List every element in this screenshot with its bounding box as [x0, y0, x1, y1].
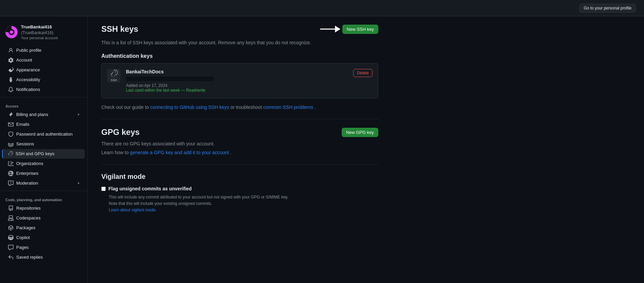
user-info: TrueBankai416 (TrueBankai416) Your perso…	[21, 24, 82, 40]
avatar	[5, 26, 18, 38]
vigilant-description: This will include any commit attributed …	[109, 194, 378, 214]
pages-icon	[8, 245, 14, 250]
globe-icon	[8, 171, 14, 176]
repo-icon	[8, 206, 14, 211]
sidebar-label-codespaces: Codespaces	[16, 215, 41, 220]
gpg-learn-link[interactable]: generate a GPG key and add it to your ac…	[130, 150, 229, 155]
sidebar-label-public-profile: Public profile	[16, 48, 41, 53]
sidebar-item-enterprises[interactable]: Enterprises	[0, 169, 87, 178]
sidebar-item-packages[interactable]: Packages	[0, 223, 87, 233]
sidebar-label-password-auth: Password and authentication	[16, 132, 73, 137]
sidebar-label-emails: Emails	[16, 122, 29, 127]
main-content: SSH keys New SSH key This is a list of S…	[88, 16, 392, 283]
sidebar-nav-main: Public profile Account Appearance	[0, 46, 87, 94]
sidebar-label-ssh-gpg: SSH and GPG keys	[16, 151, 54, 156]
sidebar-nav-access: Billing and plans ▾ Emails Password	[0, 110, 87, 188]
user-display-name: TrueBankai416 (TrueBankai416)	[21, 24, 82, 36]
gpg-no-keys: There are no GPG keys associated with yo…	[101, 141, 378, 146]
bell-icon	[8, 87, 14, 92]
creditcard-icon	[8, 112, 14, 117]
sidebar-label-billing: Billing and plans	[16, 112, 48, 117]
ssh-keys-header: SSH keys New SSH key	[101, 24, 378, 34]
sidebar-label-organizations: Organizations	[16, 161, 43, 166]
package-icon	[8, 225, 14, 231]
common-problems-link[interactable]: common SSH problems	[263, 104, 313, 110]
ssh-keys-description: This is a list of SSH keys associated wi…	[101, 39, 378, 46]
new-gpg-key-button[interactable]: New GPG key	[342, 128, 378, 137]
mail-icon	[8, 122, 14, 127]
arrow-indicator	[320, 25, 340, 33]
svg-point-2	[10, 30, 13, 34]
vigilant-checkbox[interactable]	[101, 187, 106, 191]
ssh-check-guide: Check out our guide to connecting to Git…	[101, 104, 378, 111]
sidebar-item-organizations[interactable]: Organizations	[0, 159, 87, 168]
section-separator-1	[101, 119, 378, 119]
codespaces-icon	[8, 215, 14, 221]
sidebar-nav-code: Repositories Codespaces Packages	[0, 204, 87, 262]
section-separator-2	[101, 164, 378, 165]
key-icon	[7, 151, 13, 157]
sidebar-item-notifications[interactable]: Notifications	[0, 85, 87, 94]
shield-icon	[8, 132, 14, 137]
person-icon	[8, 48, 14, 53]
gpg-title: GPG keys	[101, 127, 139, 137]
sidebar-item-password-auth[interactable]: Password and authentication	[0, 129, 87, 139]
auth-keys-title: Authentication keys	[101, 53, 378, 59]
sidebar-label-copilot: Copilot	[16, 235, 30, 240]
sidebar-label-account: Account	[16, 57, 32, 63]
ssh-key-card: SSH BankaiTechDocs Added on Apr 17, 2024…	[101, 63, 378, 98]
building-icon	[8, 161, 14, 166]
user-subtitle: Your personal account	[21, 36, 82, 40]
sidebar-item-ssh-gpg[interactable]: SSH and GPG keys	[0, 149, 87, 159]
vigilant-learn-link[interactable]: Learn about vigilant mode	[109, 208, 155, 212]
go-to-profile-button[interactable]: Go to your personal profile	[579, 4, 636, 13]
sidebar-item-codespaces[interactable]: Codespaces	[0, 213, 87, 223]
sidebar-item-billing[interactable]: Billing and plans ▾	[0, 110, 87, 119]
sidebar-label-sessions: Sessions	[16, 141, 34, 146]
sidebar-item-public-profile[interactable]: Public profile	[0, 46, 87, 55]
sidebar-label-repositories: Repositories	[16, 206, 41, 211]
sidebar-item-copilot[interactable]: Copilot	[0, 233, 87, 242]
ssh-key-meta: Added on Apr 17, 2024 Last used within t…	[126, 83, 348, 93]
sidebar-item-repositories[interactable]: Repositories	[0, 204, 87, 213]
sidebar-item-emails[interactable]: Emails	[0, 120, 87, 129]
delete-ssh-key-button[interactable]: Delete	[353, 69, 372, 77]
paintbrush-icon	[8, 67, 14, 73]
ssh-key-details: BankaiTechDocs Added on Apr 17, 2024 Las…	[126, 69, 348, 93]
sidebar-item-moderation[interactable]: Moderation ▾	[0, 179, 87, 188]
sidebar-label-packages: Packages	[16, 225, 35, 230]
sidebar-item-appearance[interactable]: Appearance	[0, 65, 87, 75]
ssh-key-added-date: Added on Apr 17, 2024	[126, 83, 168, 88]
chevron-down-icon: ▾	[78, 113, 79, 116]
sidebar-item-saved-replies[interactable]: Saved replies	[0, 253, 87, 262]
sidebar-label-pages: Pages	[16, 245, 29, 250]
report-icon	[8, 181, 14, 186]
sidebar-divider-1	[0, 97, 87, 97]
sidebar-label-saved-replies: Saved replies	[16, 255, 43, 260]
ssh-key-icon: SSH	[107, 69, 121, 82]
copilot-icon	[8, 235, 14, 240]
connecting-ssh-link[interactable]: connecting to GitHub using SSH keys	[150, 104, 229, 110]
vigilant-mode-section: Vigilant mode Flag unsigned commits as u…	[101, 173, 378, 214]
ssh-key-name: BankaiTechDocs	[126, 69, 348, 74]
gear-icon	[8, 57, 14, 63]
vigilant-checkbox-label[interactable]: Flag unsigned commits as unverified	[108, 186, 192, 191]
vigilant-checkbox-row: Flag unsigned commits as unverified	[101, 186, 378, 191]
chevron-down-icon-moderation: ▾	[78, 181, 79, 185]
page-title: SSH keys	[101, 24, 138, 34]
new-ssh-key-button[interactable]: New SSH key	[342, 25, 378, 34]
user-header: TrueBankai416 (TrueBankai416) Your perso…	[0, 22, 87, 45]
sidebar-label-moderation: Moderation	[16, 181, 38, 186]
sidebar-label-notifications: Notifications	[16, 87, 40, 92]
gpg-learn-section: Learn how to generate a GPG key and add …	[101, 149, 378, 156]
accessibility-icon	[8, 77, 14, 82]
sidebar-label-accessibility: Accessibility	[16, 77, 40, 82]
sidebar-item-accessibility[interactable]: Accessibility	[0, 75, 87, 85]
sidebar-item-pages[interactable]: Pages	[0, 243, 87, 252]
gpg-keys-header: GPG keys New GPG key	[101, 127, 378, 137]
sidebar-item-account[interactable]: Account	[0, 55, 87, 65]
sidebar-label-appearance: Appearance	[16, 67, 40, 72]
broadcast-icon	[8, 141, 14, 147]
sidebar-item-sessions[interactable]: Sessions	[0, 139, 87, 149]
vigilant-mode-title: Vigilant mode	[101, 173, 378, 181]
